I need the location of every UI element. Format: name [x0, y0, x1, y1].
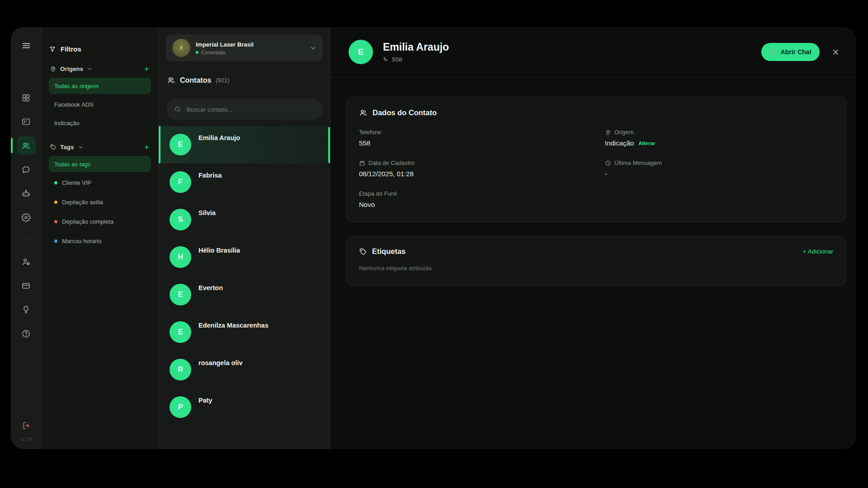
contact-name: Emilia Araujo: [198, 134, 240, 141]
settings-icon[interactable]: [17, 208, 36, 226]
workspace-name: Imperial Laser Brasil: [196, 41, 304, 48]
contact-data-grid: Telefone 558 Origem Indicação: [359, 129, 833, 208]
chat-icon[interactable]: [17, 160, 36, 178]
tag-label: Cliente VIP: [62, 179, 91, 186]
contact-list: E Emilia Araujo F Fabrisa S Silvia H Hél…: [159, 126, 330, 449]
tag-color-dot: [54, 239, 57, 243]
filter-tag-marcou-horario[interactable]: Marcou horario: [49, 233, 151, 249]
kanban-icon[interactable]: [17, 113, 36, 131]
filter-origin-facebook[interactable]: Facebook ADS: [49, 96, 151, 113]
detail-phone-row: 558: [383, 56, 449, 63]
contact-avatar: P: [170, 396, 191, 418]
search-input[interactable]: [187, 106, 315, 113]
tag-icon: [359, 248, 367, 256]
add-label-link[interactable]: + Adicionar: [803, 248, 833, 255]
contact-row-rosangela[interactable]: R rosangela oliv: [159, 351, 330, 389]
close-icon[interactable]: [831, 48, 840, 56]
workspace-status: Conectado: [201, 50, 225, 55]
contact-avatar: E: [170, 284, 191, 305]
contact-avatar: E: [170, 134, 191, 155]
filter-tag-depilacao-completa[interactable]: Depilação completa: [49, 213, 151, 230]
contact-avatar: R: [170, 359, 191, 380]
contact-avatar: E: [170, 321, 191, 343]
detail-contact-name: Emilia Araujo: [383, 41, 449, 53]
tag-color-dot: [54, 201, 57, 204]
field-ultima-mensagem: Última Mensagem -: [605, 160, 833, 178]
field-label: Telefone: [359, 129, 381, 136]
filter-tag-all[interactable]: Todas as tags: [49, 156, 151, 172]
agents-icon[interactable]: [17, 253, 36, 271]
contacts-title: Contatos: [180, 76, 211, 84]
field-telefone: Telefone 558: [359, 129, 605, 147]
origins-section-header[interactable]: Origens: [50, 66, 150, 72]
filters-title: Filtros: [61, 45, 81, 53]
change-origin-link[interactable]: Alterar: [638, 141, 655, 146]
open-chat-button[interactable]: Abrir Chat: [761, 43, 820, 61]
add-tag-icon[interactable]: [143, 144, 150, 150]
workspace-selector[interactable]: Imperial Laser Brasil Conectado: [166, 34, 323, 61]
funnel-icon: [49, 46, 56, 53]
labels-title: Etiquetas: [372, 247, 406, 256]
contact-name: Edenilza Mascarenhas: [198, 322, 269, 329]
open-chat-label: Abrir Chat: [781, 48, 811, 56]
field-value: 08/12/2025, 01:28: [359, 170, 414, 178]
billing-icon[interactable]: [17, 277, 36, 295]
detail-phone: 558: [392, 56, 402, 63]
ideas-icon[interactable]: [17, 300, 36, 319]
labels-empty-text: Nenhuma etiqueta atribuída: [359, 265, 833, 272]
search-section: [159, 91, 330, 126]
contacts-icon[interactable]: [17, 136, 36, 155]
rail-nav-bottom: [17, 253, 36, 343]
chevron-down-icon: [78, 144, 84, 150]
contacts-scrollbar-thumb[interactable]: [328, 127, 330, 163]
field-value: Indicação: [605, 139, 634, 147]
contact-name: Hélio Brasília: [198, 247, 240, 254]
filter-tag-depilacao-axilla[interactable]: Depilação axilla: [49, 194, 151, 210]
field-data-cadastro: Data de Cadastro 08/12/2025, 01:28: [359, 160, 605, 178]
filter-origin-indicacao[interactable]: Indicação: [49, 115, 151, 131]
workspace-section: Imperial Laser Brasil Conectado: [159, 27, 330, 70]
field-origem: Origem Indicação Alterar: [605, 129, 833, 147]
phone-icon: [383, 56, 389, 62]
tag-label: Depilação completa: [62, 218, 113, 225]
help-icon[interactable]: [17, 324, 36, 343]
field-value: Novo: [359, 201, 375, 208]
contact-row-helio[interactable]: H Hélio Brasília: [159, 239, 330, 276]
field-value: -: [605, 170, 607, 178]
contact-row-silvia[interactable]: S Silvia: [159, 201, 330, 239]
field-etapa-funil: Etapa do Funil Novo: [359, 190, 605, 208]
contact-avatar: F: [170, 171, 191, 193]
contact-data-title: Dados do Contato: [373, 108, 437, 117]
contact-row-everton[interactable]: E Everton: [159, 276, 330, 314]
contacts-panel: Imperial Laser Brasil Conectado Contat: [159, 27, 330, 449]
tags-label: Tags: [60, 144, 74, 150]
bot-icon[interactable]: [17, 184, 36, 202]
contact-row-edenilza[interactable]: E Edenilza Mascarenhas: [159, 314, 330, 351]
connected-dot: [196, 51, 198, 54]
dashboard-icon[interactable]: [17, 89, 36, 107]
tag-icon: [50, 144, 57, 150]
contact-name: Silvia: [198, 209, 216, 216]
filter-tag-cliente-vip[interactable]: Cliente VIP: [49, 174, 151, 191]
contact-row-fabrisa[interactable]: F Fabrisa: [159, 164, 330, 201]
field-label: Data de Cadastro: [368, 160, 415, 166]
search-box[interactable]: [166, 99, 323, 120]
tags-section-header[interactable]: Tags: [50, 144, 150, 150]
users-icon: [167, 76, 175, 84]
detail-identity: Emilia Araujo 558: [383, 41, 449, 63]
contacts-header: Contatos (921): [159, 70, 330, 91]
contact-name: Fabrisa: [198, 172, 222, 179]
filter-origin-all[interactable]: Todas as origens: [49, 78, 151, 94]
tag-label: Depilação axilla: [62, 199, 103, 206]
chat-bubble-icon: [769, 48, 777, 56]
contact-row-paty[interactable]: P Paty: [159, 389, 330, 426]
contact-row-emilia[interactable]: E Emilia Araujo: [159, 126, 330, 164]
add-origin-icon[interactable]: [143, 66, 150, 72]
origins-label: Origens: [60, 66, 83, 72]
labels-card: Etiquetas + Adicionar Nenhuma etiqueta a…: [346, 236, 846, 286]
tag-color-dot: [54, 220, 57, 223]
pin-icon: [50, 66, 57, 72]
labels-title-row: Etiquetas + Adicionar: [359, 247, 833, 256]
menu-icon[interactable]: [21, 41, 31, 51]
logout-icon[interactable]: [22, 421, 31, 430]
